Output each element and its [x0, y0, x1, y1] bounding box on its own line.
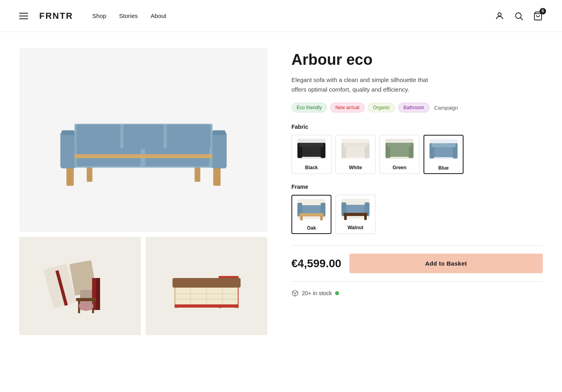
- product-title: Arbour eco: [291, 51, 543, 69]
- tag-campaign[interactable]: Campaign: [433, 103, 460, 112]
- account-icon[interactable]: [495, 11, 504, 21]
- stock-divider: [291, 281, 543, 282]
- svg-rect-69: [299, 213, 323, 216]
- svg-rect-76: [343, 213, 367, 216]
- svg-rect-9: [60, 132, 76, 168]
- svg-rect-43: [173, 278, 241, 288]
- svg-rect-10: [61, 130, 74, 135]
- frame-options: Oak Walnut: [291, 195, 543, 234]
- svg-rect-64: [432, 143, 456, 147]
- cart-icon[interactable]: 6: [533, 11, 543, 21]
- product-price: €4,599.00: [291, 257, 341, 270]
- stock-indicator: [335, 291, 339, 295]
- product-description: Elegant sofa with a clean and simple sil…: [291, 75, 444, 95]
- frame-oak-thumb: [292, 196, 331, 223]
- fabric-green-label: Green: [380, 162, 419, 173]
- fabric-blue-thumb: [424, 136, 463, 163]
- tag-eco-friendly[interactable]: Eco friendly: [291, 103, 327, 112]
- frame-walnut-label: Walnut: [336, 222, 375, 233]
- svg-rect-70: [300, 216, 303, 220]
- thumbnail-1[interactable]: [19, 237, 141, 335]
- frame-walnut[interactable]: Walnut: [335, 195, 375, 234]
- product-thumbnails: [19, 237, 267, 335]
- svg-line-2: [521, 18, 523, 20]
- fabric-green[interactable]: Green: [379, 135, 419, 174]
- svg-rect-11: [211, 132, 227, 168]
- tag-bathroom[interactable]: Bathroom: [398, 103, 430, 112]
- svg-rect-54: [343, 143, 367, 147]
- fabric-white-label: White: [336, 162, 375, 173]
- svg-rect-78: [364, 215, 367, 220]
- svg-rect-77: [344, 215, 347, 220]
- svg-rect-26: [96, 278, 100, 310]
- search-icon[interactable]: [514, 11, 524, 21]
- svg-rect-17: [167, 124, 210, 149]
- fabric-blue[interactable]: Blue: [424, 135, 464, 174]
- fabric-black-label: Black: [292, 162, 331, 173]
- header-icons: 6: [495, 11, 543, 21]
- fabric-green-thumb: [380, 135, 419, 162]
- thumbnail-2[interactable]: [146, 237, 267, 335]
- fabric-black-thumb: [292, 135, 331, 162]
- main-nav: Shop Stories About: [92, 12, 167, 19]
- product-gallery: [19, 48, 267, 335]
- main-product-image: [19, 48, 267, 232]
- hamburger-menu-button[interactable]: [19, 13, 28, 19]
- svg-point-30: [79, 301, 93, 311]
- fabric-section-label: Fabric: [291, 124, 543, 130]
- fabric-white-thumb: [336, 135, 375, 162]
- frame-oak-label: Oak: [292, 223, 331, 233]
- tag-organic[interactable]: Organic: [368, 103, 395, 112]
- logo[interactable]: FRNTR: [39, 11, 73, 21]
- product-tags: Eco friendly New arrival Organic Bathroo…: [291, 103, 543, 112]
- cart-count-badge: 6: [540, 8, 546, 14]
- svg-rect-71: [320, 216, 323, 220]
- fabric-blue-label: Blue: [424, 163, 463, 173]
- fabric-black[interactable]: Black: [291, 135, 331, 174]
- stock-row: 20+ in stock: [291, 290, 543, 297]
- svg-rect-12: [212, 130, 225, 135]
- product-info: Arbour eco Elegant sofa with a clean and…: [291, 48, 543, 335]
- svg-rect-49: [299, 143, 323, 147]
- svg-rect-16: [123, 124, 163, 149]
- price-divider: [291, 245, 543, 246]
- add-to-basket-button[interactable]: Add to Basket: [349, 254, 543, 273]
- nav-shop[interactable]: Shop: [92, 12, 106, 19]
- price-row: €4,599.00 Add to Basket: [291, 254, 543, 273]
- fabric-white[interactable]: White: [335, 135, 375, 174]
- header: FRNTR Shop Stories About 6: [0, 0, 562, 32]
- svg-rect-15: [76, 124, 120, 149]
- svg-rect-44: [175, 304, 239, 308]
- nav-stories[interactable]: Stories: [119, 12, 138, 19]
- frame-oak[interactable]: Oak: [291, 195, 331, 234]
- svg-rect-59: [387, 143, 411, 147]
- svg-point-0: [498, 13, 501, 16]
- fabric-options: Black White: [291, 135, 543, 174]
- tag-new-arrival[interactable]: New arrival: [330, 103, 365, 112]
- main-content: Arbour eco Elegant sofa with a clean and…: [0, 32, 562, 351]
- frame-section-label: Frame: [291, 184, 543, 190]
- svg-rect-27: [76, 298, 96, 301]
- svg-point-1: [516, 13, 521, 18]
- package-icon: [291, 290, 299, 297]
- stock-label: 20+ in stock: [302, 290, 332, 296]
- svg-rect-20: [74, 154, 213, 158]
- nav-about[interactable]: About: [151, 12, 166, 19]
- frame-walnut-thumb: [336, 195, 375, 222]
